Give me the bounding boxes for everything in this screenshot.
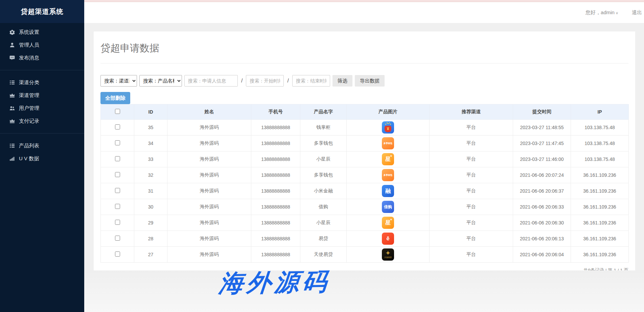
app-title: 贷超渠道系统	[21, 7, 64, 16]
cell-checkbox	[101, 183, 134, 199]
sidebar-divider	[0, 133, 84, 134]
cell-product-image: 星★	[347, 215, 430, 231]
sidebar-divider	[0, 70, 84, 70]
sidebar-item-crown-11[interactable]: 渠道管理	[0, 89, 84, 102]
table-row: 27海外源码13888888888天使易贷✦天使易贷平台2021-06-06 2…	[101, 247, 629, 263]
row-checkbox[interactable]	[115, 172, 120, 177]
logout-link[interactable]: 退出	[632, 9, 642, 16]
channel-search-select[interactable]: 搜索：渠道商	[100, 75, 137, 87]
gear-icon	[9, 29, 15, 35]
applications-table: ID姓名手机号产品名字产品图片推荐渠道提交时间IP 35海外源码13888888…	[100, 104, 629, 263]
sidebar-item-crown-13[interactable]: 支付记录	[0, 115, 84, 127]
cell-name: 海外源码	[167, 183, 251, 199]
sidebar: 贷超渠道系统 系统设置管理人员发布消息渠道分类渠道管理用户管理支付记录产品列表U…	[0, 0, 84, 312]
cell-name: 海外源码	[167, 167, 251, 183]
cell-channel: 平台	[430, 167, 513, 183]
sidebar-item-comment-02[interactable]: 发布消息	[0, 51, 84, 64]
cell-time: 2023-03-27 11:48:55	[513, 120, 571, 136]
cell-name: 海外源码	[167, 199, 251, 215]
cell-checkbox	[101, 120, 134, 136]
cell-product: 借购	[300, 199, 347, 215]
cell-product: 多享钱包	[300, 167, 347, 183]
cell-name: 海外源码	[167, 215, 251, 231]
xiaoxingchen-app-icon: 星★	[382, 217, 394, 229]
header-cell: 手机号	[251, 104, 300, 120]
sidebar-item-gear-00[interactable]: 系统设置	[0, 26, 84, 39]
main-content-card: 贷超申请数据 搜索：渠道商 搜索：产品名称 / / 筛选 导出数据 全部删除 I…	[94, 31, 635, 270]
cell-time: 2021-06-06 20:06:13	[513, 231, 571, 247]
date-separator: /	[241, 78, 243, 84]
cell-product-image: ě	[347, 231, 430, 247]
row-checkbox[interactable]	[115, 124, 120, 129]
table-row: 35海外源码13888888888钱掌柜¥平台2023-03-27 11:48:…	[101, 120, 629, 136]
table-row: 29海外源码13888888888小星辰星★平台2021-06-06 20:06…	[101, 215, 629, 231]
cell-product: 钱掌柜	[300, 120, 347, 136]
cell-ip: 36.161.109.236	[571, 215, 629, 231]
cell-product: 天使易贷	[300, 247, 347, 263]
sidebar-item-list-10[interactable]: 渠道分类	[0, 76, 84, 89]
header-cell: 产品名字	[300, 104, 347, 120]
header-cell: 姓名	[167, 104, 251, 120]
watermark-text: 海外源码	[218, 265, 332, 300]
row-checkbox[interactable]	[115, 156, 120, 161]
cell-id: 27	[134, 247, 167, 263]
cell-ip: 103.138.75.48	[571, 120, 629, 136]
cell-checkbox	[101, 231, 134, 247]
cell-checkbox	[101, 167, 134, 183]
cell-name: 海外源码	[167, 120, 251, 136]
user-menu[interactable]: 您好，admin∨	[585, 9, 618, 16]
cell-id: 30	[134, 199, 167, 215]
product-search-select[interactable]: 搜索：产品名称	[139, 75, 182, 87]
sidebar-item-label: 产品列表	[19, 143, 39, 149]
select-all-checkbox[interactable]	[115, 109, 120, 114]
cell-phone: 13888888888	[251, 215, 300, 231]
row-checkbox[interactable]	[115, 204, 120, 209]
cell-checkbox	[101, 151, 134, 167]
row-checkbox[interactable]	[115, 251, 120, 257]
row-checkbox[interactable]	[115, 220, 120, 225]
cell-phone: 13888888888	[251, 151, 300, 167]
sidebar-item-label: 渠道分类	[19, 79, 39, 86]
page-title: 贷超申请数据	[100, 42, 628, 55]
sidebar-item-label: 支付记录	[19, 118, 39, 124]
cell-name: 海外源码	[167, 231, 251, 247]
cell-ip: 103.138.75.48	[571, 151, 629, 167]
cell-id: 34	[134, 136, 167, 151]
row-checkbox[interactable]	[115, 188, 120, 193]
row-checkbox[interactable]	[115, 140, 120, 145]
sidebar-item-chart-21[interactable]: U V 数据	[0, 152, 84, 165]
filter-bar: 搜索：渠道商 搜索：产品名称 / / 筛选 导出数据	[100, 75, 628, 87]
crown-icon	[9, 118, 15, 124]
sidebar-item-label: 管理人员	[19, 42, 39, 48]
page-background	[84, 270, 644, 312]
header-cell: 产品图片	[347, 104, 430, 120]
applicant-search-input[interactable]	[184, 75, 238, 87]
header-cell-checkbox	[101, 104, 134, 120]
jiegou-app-icon: 借购	[382, 201, 394, 213]
xiaoxingchen-app-icon: 星★	[382, 153, 394, 165]
end-time-input[interactable]	[292, 75, 330, 87]
app-logo: 贷超渠道系统	[0, 0, 84, 23]
sidebar-item-label: 渠道管理	[19, 92, 39, 99]
sidebar-nav: 系统设置管理人员发布消息渠道分类渠道管理用户管理支付记录产品列表U V 数据	[0, 23, 84, 165]
delete-all-button[interactable]: 全部删除	[100, 92, 130, 104]
yidai-app-icon: ě	[382, 233, 394, 245]
sidebar-item-user-01[interactable]: 管理人员	[0, 39, 84, 51]
row-checkbox[interactable]	[115, 236, 120, 241]
start-time-input[interactable]	[246, 75, 284, 87]
table-row: 32海外源码13888888888多享钱包多享钱包平台2021-06-06 20…	[101, 167, 629, 183]
chevron-down-icon: ∨	[616, 11, 618, 15]
user-icon	[9, 42, 15, 48]
filter-button[interactable]: 筛选	[332, 75, 352, 87]
export-data-button[interactable]: 导出数据	[355, 75, 385, 87]
sidebar-item-list-20[interactable]: 产品列表	[0, 139, 84, 152]
header-cell: 推荐渠道	[430, 104, 513, 120]
cell-channel: 平台	[430, 215, 513, 231]
sidebar-item-label: U V 数据	[19, 155, 39, 162]
cell-id: 28	[134, 231, 167, 247]
cell-channel: 平台	[430, 120, 513, 136]
sidebar-item-users-12[interactable]: 用户管理	[0, 102, 84, 115]
cell-ip: 103.138.75.48	[571, 136, 629, 151]
cell-phone: 13888888888	[251, 167, 300, 183]
cell-product: 多享钱包	[300, 136, 347, 151]
